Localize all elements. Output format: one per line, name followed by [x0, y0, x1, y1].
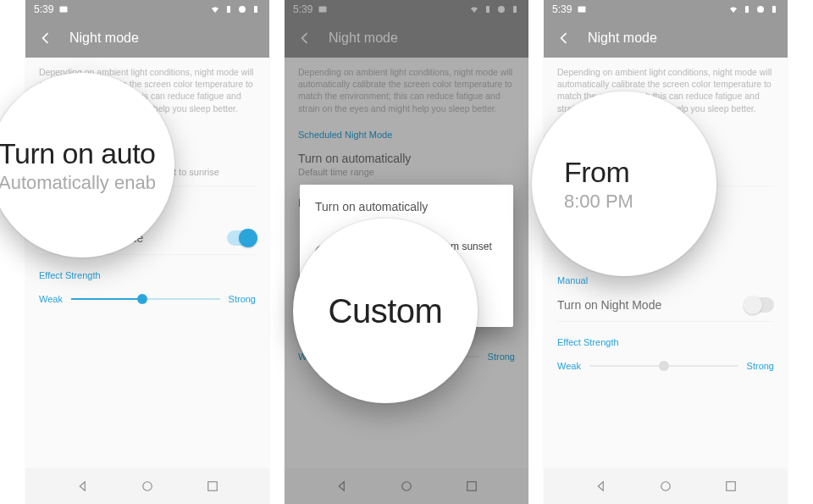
dnd-icon — [237, 4, 247, 14]
slider-weak-label: Weak — [557, 361, 581, 371]
svg-point-8 — [498, 6, 505, 13]
battery-icon — [251, 4, 261, 14]
row-turn-on-auto[interactable]: Turn on automatically Default time range — [298, 140, 515, 186]
nav-home-icon[interactable] — [658, 479, 673, 494]
image-icon — [577, 4, 587, 14]
slider-strong-label: Strong — [747, 361, 774, 371]
back-icon[interactable] — [296, 30, 313, 47]
row-turn-on-night[interactable]: Turn on Night Mode — [557, 285, 774, 322]
nav-bar — [285, 468, 528, 504]
svg-point-4 — [143, 482, 152, 491]
nav-bar — [25, 468, 269, 504]
magnifier-lens-3: From 8:00 PM — [532, 91, 716, 276]
dnd-icon — [755, 4, 766, 14]
app-bar: Night mode — [25, 19, 269, 58]
slider-strong-label: Strong — [488, 352, 515, 362]
effect-strength-slider[interactable]: Weak Strong — [39, 294, 256, 304]
svg-rect-15 — [772, 6, 776, 13]
toggle-night-mode[interactable] — [745, 297, 774, 313]
svg-rect-9 — [513, 6, 517, 13]
svg-rect-13 — [745, 6, 749, 13]
magnifier-lens-2: Custom — [293, 219, 478, 403]
section-scheduled: Scheduled Night Mode — [298, 130, 515, 140]
svg-point-16 — [661, 482, 671, 491]
nav-recent-icon[interactable] — [464, 479, 479, 494]
status-bar: 5:39 — [544, 0, 788, 19]
svg-point-2 — [239, 6, 246, 13]
appbar-title: Night mode — [69, 30, 139, 46]
row-label: Turn on Night Mode — [557, 298, 661, 312]
battery-icon — [769, 4, 779, 14]
wifi-icon — [728, 4, 738, 14]
svg-rect-3 — [254, 6, 257, 13]
vibrate-icon — [742, 4, 752, 14]
lens-secondary: 8:00 PM — [564, 191, 633, 213]
dialog-title: Turn on automatically — [315, 200, 498, 213]
svg-rect-5 — [207, 482, 217, 491]
status-time: 5:39 — [293, 3, 312, 15]
appbar-title: Night mode — [329, 30, 398, 46]
status-time: 5:39 — [34, 3, 53, 15]
wifi-icon — [210, 4, 220, 14]
dnd-icon — [496, 4, 506, 14]
lens-primary: Turn on auto — [0, 137, 156, 170]
app-bar: Night mode — [285, 19, 528, 58]
svg-point-10 — [402, 482, 412, 491]
nav-recent-icon[interactable] — [205, 479, 220, 494]
svg-rect-0 — [60, 7, 68, 13]
section-effect: Effect Strength — [557, 337, 774, 347]
lens-secondary: Automatically enab — [0, 172, 156, 194]
effect-strength-slider[interactable]: Weak Strong — [557, 361, 774, 371]
description-text: Depending on ambient light conditions, n… — [298, 66, 515, 114]
appbar-title: Night mode — [588, 30, 657, 46]
vibrate-icon — [483, 4, 493, 14]
nav-bar — [544, 468, 788, 504]
slider-weak-label: Weak — [39, 294, 63, 304]
lens-primary: Custom — [329, 292, 443, 330]
svg-rect-11 — [467, 482, 476, 491]
image-icon — [318, 4, 328, 14]
nav-home-icon[interactable] — [399, 479, 414, 494]
nav-back-icon[interactable] — [75, 479, 91, 494]
svg-rect-12 — [578, 7, 586, 13]
back-icon[interactable] — [37, 30, 54, 47]
svg-point-14 — [757, 6, 764, 13]
row-sublabel: Default time range — [298, 167, 515, 177]
svg-rect-1 — [227, 6, 230, 13]
toggle-night-mode[interactable] — [227, 230, 256, 246]
section-effect: Effect Strength — [39, 270, 256, 280]
section-manual: Manual — [557, 275, 774, 285]
nav-back-icon[interactable] — [594, 479, 609, 494]
nav-recent-icon[interactable] — [723, 479, 738, 494]
vibrate-icon — [224, 4, 234, 14]
svg-rect-7 — [486, 6, 489, 13]
svg-rect-17 — [726, 482, 735, 491]
slider-strong-label: Strong — [229, 294, 256, 304]
battery-icon — [510, 4, 520, 14]
status-bar: 5:39 — [25, 0, 269, 19]
back-icon[interactable] — [556, 30, 572, 47]
status-bar: 5:39 — [285, 0, 528, 19]
lens-primary: From — [564, 156, 629, 189]
nav-home-icon[interactable] — [140, 479, 155, 494]
row-label: Turn on automatically — [298, 152, 515, 165]
status-time: 5:39 — [552, 3, 572, 15]
image-icon — [58, 4, 69, 14]
svg-rect-6 — [319, 7, 327, 13]
wifi-icon — [469, 4, 479, 14]
nav-back-icon[interactable] — [335, 479, 350, 494]
app-bar: Night mode — [544, 19, 788, 58]
